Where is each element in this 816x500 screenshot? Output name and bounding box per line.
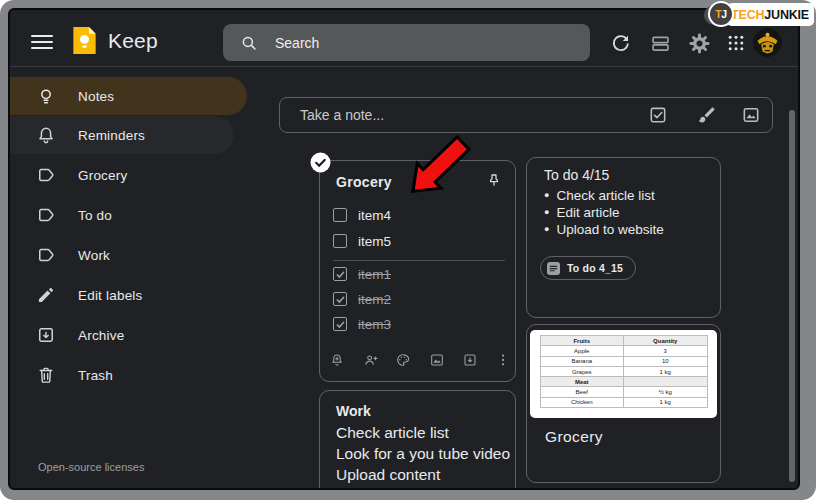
checkbox-unchecked[interactable] [333, 208, 347, 222]
take-a-note-bar[interactable]: Take a note... [279, 97, 773, 133]
table-cell: 1 kg [624, 397, 708, 407]
keep-logo-icon [71, 26, 98, 55]
checklist-item-done: item3 [333, 316, 391, 332]
table-section-cell: Meat [540, 377, 624, 387]
note-card-grocery-list[interactable]: Grocery item4 item5 item1 item2 [319, 160, 516, 382]
view-toggle-icon[interactable] [648, 31, 672, 55]
techjunkie-logo-icon: TJ [708, 1, 734, 27]
refresh-icon[interactable] [608, 31, 632, 55]
checkbox-checked[interactable] [333, 267, 347, 281]
sidebar-item-label: Trash [78, 368, 113, 383]
sidebar-item-archive[interactable]: Archive [10, 316, 250, 354]
label-chip-todo[interactable]: To do 4_15 [540, 256, 636, 280]
grocery-table: Fruits Quantity Apple 3 Banana 10 Grapes… [540, 335, 708, 408]
checklist-item-done: item1 [333, 266, 391, 282]
note-bullet-line: Edit article [544, 205, 619, 220]
sidebar-item-work[interactable]: Work [10, 236, 250, 274]
note-card-todo[interactable]: To do 4/15 Check article list Edit artic… [526, 157, 721, 318]
note-card-work[interactable]: Work Check article list Look for a you t… [319, 390, 516, 490]
table-header-cell: Quantity [624, 336, 708, 346]
add-reminder-bell-icon[interactable] [329, 352, 345, 368]
pin-icon[interactable] [485, 172, 503, 190]
table-header-cell: Fruits [540, 336, 624, 346]
new-image-icon[interactable] [741, 105, 761, 125]
checklist-item: item4 [333, 207, 391, 223]
account-avatar[interactable] [753, 28, 782, 57]
note-bullet-line: Check article list [544, 188, 655, 203]
note-text-line: Check article list [336, 424, 449, 442]
label-tag-icon [36, 165, 56, 185]
bell-icon [36, 125, 56, 145]
color-palette-icon[interactable] [395, 352, 411, 368]
sidebar-item-label: Grocery [78, 168, 127, 183]
checkbox-checked[interactable] [333, 292, 347, 306]
table-cell: Grapes [540, 366, 624, 376]
watermark-tech-text: TECH [731, 8, 764, 22]
watermark-banner: TECHJUNKIE [722, 3, 814, 26]
table-cell: 1 kg [624, 366, 708, 376]
more-options-icon[interactable] [495, 352, 511, 368]
new-checklist-icon[interactable] [648, 105, 668, 125]
sidebar-item-edit-labels[interactable]: Edit labels [10, 276, 250, 314]
search-bar[interactable] [223, 24, 590, 61]
google-apps-grid-icon[interactable] [724, 31, 748, 55]
composer-placeholder: Take a note... [300, 107, 384, 123]
sidebar-item-todo[interactable]: To do [10, 196, 250, 234]
checkbox-checked[interactable] [333, 317, 347, 331]
checklist-item-text: item1 [358, 267, 391, 282]
label-tag-icon [36, 245, 56, 265]
sidebar-item-trash[interactable]: Trash [10, 356, 250, 394]
note-text-line: Upload content [336, 466, 440, 484]
techjunkie-watermark: TECHJUNKIE TJ [702, 1, 814, 29]
sidebar-item-label: Reminders [78, 128, 145, 143]
sidebar-item-reminders[interactable]: Reminders [10, 116, 234, 154]
lightbulb-icon [36, 86, 56, 106]
sidebar-item-grocery[interactable]: Grocery [10, 156, 250, 194]
sidebar-item-label: Edit labels [78, 288, 143, 303]
vertical-scrollbar[interactable] [789, 110, 795, 482]
label-tag-icon [36, 205, 56, 225]
table-cell [624, 377, 708, 387]
note-title: Grocery [336, 174, 392, 190]
table-cell: Chicken [540, 397, 624, 407]
keep-app: Keep [8, 8, 800, 490]
archive-icon [36, 325, 56, 345]
checkbox-unchecked[interactable] [333, 234, 347, 248]
table-cell: Apple [540, 346, 624, 356]
note-selected-check-icon[interactable] [310, 152, 331, 173]
archive-note-icon[interactable] [462, 352, 478, 368]
search-input[interactable] [273, 34, 557, 52]
checklist-item-done: item2 [333, 291, 391, 307]
trash-icon [36, 365, 56, 385]
checklist-item-text: item4 [358, 208, 391, 223]
settings-gear-icon[interactable] [687, 31, 711, 55]
add-collaborator-icon[interactable] [363, 352, 379, 368]
sidebar-item-notes[interactable]: Notes [10, 77, 247, 115]
sidebar-item-label: Archive [78, 328, 124, 343]
table-cell: 3 [624, 346, 708, 356]
checklist-item-text: item2 [358, 292, 391, 307]
open-source-licenses-link[interactable]: Open-source licenses [38, 461, 144, 473]
sidebar-item-label: Work [78, 248, 110, 263]
note-text-line: Look for a you tube video [336, 445, 510, 463]
watermark-junkie-text: JUNKIE [764, 8, 809, 22]
note-image-table: Fruits Quantity Apple 3 Banana 10 Grapes… [530, 330, 717, 418]
checklist-item-text: item5 [358, 234, 391, 249]
checklist-divider [333, 260, 505, 261]
table-cell: 10 [624, 356, 708, 366]
note-list-icon [547, 262, 560, 275]
sidebar-item-label: To do [78, 208, 112, 223]
sidebar-item-label: Notes [78, 89, 114, 104]
checklist-item-text: item3 [358, 317, 391, 332]
label-chip-text: To do 4_15 [567, 262, 623, 274]
main-menu-icon[interactable] [31, 35, 53, 50]
note-title: To do 4/15 [544, 167, 609, 183]
note-card-grocery-table[interactable]: Fruits Quantity Apple 3 Banana 10 Grapes… [526, 324, 721, 483]
note-bullet-line: Upload to website [544, 222, 664, 237]
app-title: Keep [108, 29, 158, 53]
table-cell: Banana [540, 356, 624, 366]
search-icon [240, 34, 258, 52]
new-drawing-brush-icon[interactable] [697, 105, 717, 125]
add-image-icon[interactable] [429, 352, 445, 368]
note-title: Grocery [545, 428, 603, 446]
